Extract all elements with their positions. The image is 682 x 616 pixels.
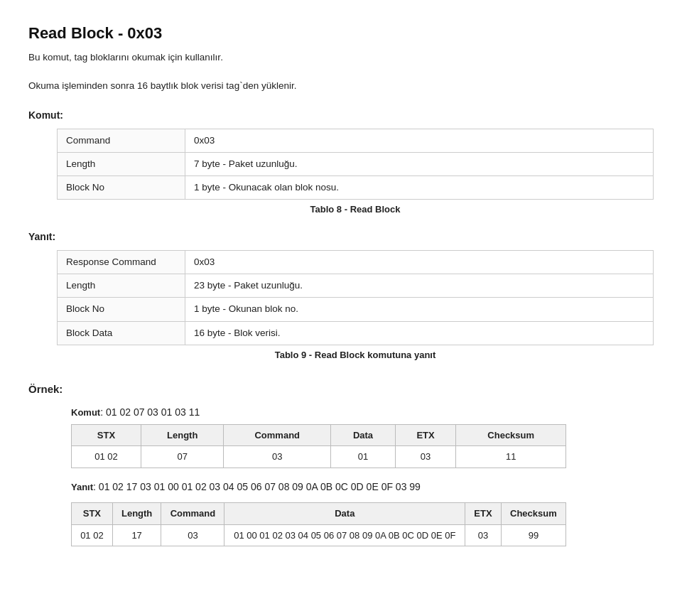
yanit-row-value: 23 byte - Paket uzunluğu. — [185, 274, 654, 298]
yanit-table-row: Response Command0x03 — [58, 250, 654, 274]
yanit-table-row: Length23 byte - Paket uzunluğu. — [58, 274, 654, 298]
komut-table-row: Command0x03 — [58, 129, 654, 152]
example-komut-header-cell: ETX — [395, 424, 456, 446]
example-komut-header-row: STXLengthCommandDataETXChecksum — [72, 424, 566, 446]
example-yanit-data-row: 01 02170301 00 01 02 03 04 05 06 07 08 0… — [72, 524, 566, 546]
ornek-label: Örnek: — [28, 382, 654, 398]
example-komut-data-cell: 01 — [331, 446, 396, 468]
example-yanit-data-cell: 03 — [161, 524, 224, 546]
example-yanit-value: : 01 02 17 03 01 00 01 02 03 04 05 06 07… — [93, 480, 421, 495]
example-komut-header-cell: Length — [141, 424, 224, 446]
yanit-table: Response Command0x03Length23 byte - Pake… — [57, 250, 654, 345]
example-yanit-header-cell: STX — [72, 503, 113, 525]
komut-row-value: 0x03 — [185, 129, 654, 152]
yanit-row-value: 16 byte - Blok verisi. — [185, 321, 654, 345]
example-yanit-data-cell: 99 — [501, 524, 565, 546]
example-komut-header-cell: Checksum — [456, 424, 566, 446]
yanit-row-label: Length — [58, 274, 185, 298]
komut-table-caption: Tablo 8 - Read Block — [57, 202, 654, 217]
komut-row-label: Block No — [58, 176, 185, 200]
example-yanit-header-cell: Command — [161, 503, 224, 525]
example-yanit-data-table: STXLengthCommandDataETXChecksum 01 02170… — [71, 502, 566, 546]
example-yanit-header-row: STXLengthCommandDataETXChecksum — [72, 503, 566, 525]
example-yanit-label: Yanıt — [71, 480, 93, 495]
yanit-table-row: Block No1 byte - Okunan blok no. — [58, 298, 654, 321]
example-yanit-data-cell: 17 — [112, 524, 161, 546]
example-yanit-header-cell: Length — [112, 503, 161, 525]
example-komut-header-cell: STX — [72, 424, 141, 446]
page-title: Read Block - 0x03 — [28, 21, 654, 45]
komut-row-label: Command — [58, 129, 185, 152]
subtitle-line1: Bu komut, tag bloklarını okumak için kul… — [28, 50, 654, 65]
komut-row-value: 7 byte - Paket uzunluğu. — [185, 152, 654, 175]
example-komut-data-cell: 07 — [141, 446, 224, 468]
komut-row-value: 1 byte - Okunacak olan blok nosu. — [185, 176, 654, 200]
yanit-row-label: Response Command — [58, 250, 185, 274]
example-yanit-header-cell: Data — [224, 503, 465, 525]
yanit-row-label: Block Data — [58, 321, 185, 345]
example-yanit-data-cell: 03 — [465, 524, 502, 546]
yanit-row-value: 0x03 — [185, 250, 654, 274]
example-komut-header-cell: Command — [224, 424, 331, 446]
example-komut-label: Komut — [71, 406, 100, 420]
yanit-section-label: Yanıt: — [28, 229, 654, 244]
example-komut-data-cell: 01 02 — [72, 446, 141, 468]
yanit-row-label: Block No — [58, 298, 185, 321]
subtitle-line2: Okuma işleminden sonra 16 baytlık blok v… — [28, 79, 654, 93]
yanit-row-value: 1 byte - Okunan blok no. — [185, 298, 654, 321]
example-yanit-data-cell: 01 00 01 02 03 04 05 06 07 08 09 0A 0B 0… — [224, 524, 465, 546]
komut-table: Command0x03Length7 byte - Paket uzunluğu… — [57, 129, 654, 200]
example-komut-data-cell: 11 — [456, 446, 566, 468]
example-yanit-header-cell: Checksum — [501, 503, 565, 525]
komut-table-row: Length7 byte - Paket uzunluğu. — [58, 152, 654, 175]
example-komut-value: : 01 02 07 03 01 03 11 — [100, 405, 200, 420]
yanit-table-caption: Tablo 9 - Read Block komutuna yanıt — [57, 348, 654, 362]
example-komut-data-row: 01 020703010311 — [72, 446, 566, 468]
example-komut-data-cell: 03 — [395, 446, 456, 468]
komut-row-label: Length — [58, 152, 185, 175]
example-komut-data-cell: 03 — [224, 446, 331, 468]
komut-section-label: Komut: — [28, 108, 654, 123]
komut-table-row: Block No1 byte - Okunacak olan blok nosu… — [58, 176, 654, 200]
example-yanit-header-cell: ETX — [465, 503, 502, 525]
yanit-table-row: Block Data16 byte - Blok verisi. — [58, 321, 654, 345]
example-komut-header-cell: Data — [331, 424, 396, 446]
example-komut-data-table: STXLengthCommandDataETXChecksum 01 02070… — [71, 424, 566, 468]
example-yanit-data-cell: 01 02 — [72, 524, 113, 546]
